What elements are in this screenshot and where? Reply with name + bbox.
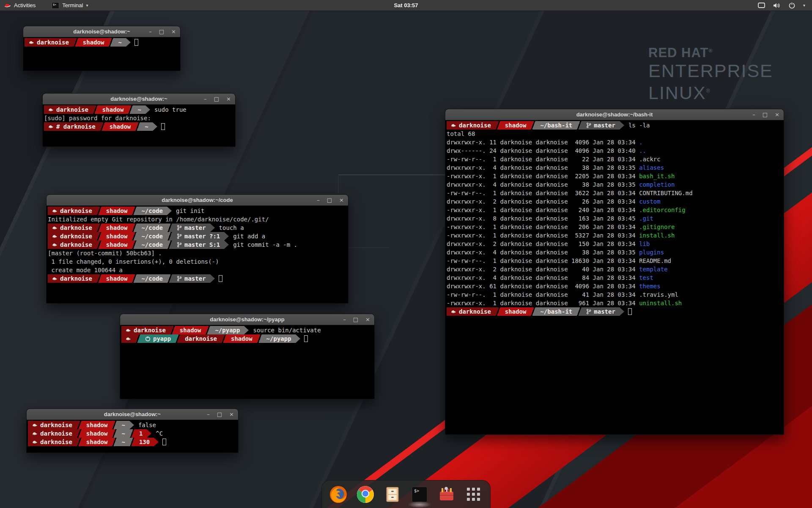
app-menu-label: Terminal <box>62 2 83 8</box>
powerline-separator <box>112 429 117 438</box>
powerline-separator <box>77 421 82 429</box>
prompt-segment-host: shadow <box>82 421 112 429</box>
powerline-separator <box>132 224 137 232</box>
powerline-arrow <box>126 38 131 47</box>
powerline-separator <box>576 121 582 130</box>
display-icon[interactable] <box>758 3 765 8</box>
terminal-content[interactable]: darknoiseshadow~ <box>23 37 180 47</box>
prompt-segment-path: ~ <box>117 429 129 438</box>
terminal-window-code[interactable]: darknoise@shadow:~/code – □ × darknoises… <box>46 194 348 304</box>
prompt-segment-host: shadow <box>98 105 128 114</box>
python-venv-icon <box>145 336 151 342</box>
terminal-output-line: drwxrwxr-x. 2 darknoise darknoise 150 Ja… <box>447 240 782 248</box>
volume-icon[interactable] <box>773 3 781 8</box>
app-grid-icon[interactable] <box>464 485 483 504</box>
terminal-content[interactable]: darknoiseshadow~/pyappsource bin/activat… <box>120 325 374 344</box>
minimize-button[interactable]: – <box>343 317 346 322</box>
firefox-icon[interactable] <box>329 485 348 504</box>
window-titlebar[interactable]: darknoise@shadow:~ – □ × <box>43 94 235 105</box>
terminal-cursor <box>304 335 308 342</box>
redhat-prompt-icon <box>126 328 131 333</box>
prompt-segment-host: shadow <box>227 334 257 343</box>
powerline-separator <box>93 105 98 114</box>
terminal-prompt-line: darknoiseshadow~sudo true <box>44 105 234 114</box>
terminal-window-exit-codes[interactable]: darknoise@shadow:~ – □ × darknoiseshadow… <box>26 409 239 453</box>
terminal-output-line: drwxrwxr-x. 2 darknoise darknoise 26 Jan… <box>447 197 782 206</box>
powerline-separator <box>132 274 137 283</box>
window-titlebar[interactable]: darknoise@shadow:~ – □ × <box>27 409 238 420</box>
terminal-icon[interactable]: $> <box>410 485 429 504</box>
powerline-separator <box>129 429 135 438</box>
powerline-arrow <box>167 207 172 215</box>
window-title: darknoise@shadow:~ <box>104 411 161 417</box>
powerline-arrow <box>153 122 157 131</box>
minimize-button[interactable]: – <box>752 112 755 117</box>
terminal-window-home-small[interactable]: darknoise@shadow:~ – □ × darknoiseshadow… <box>23 26 181 71</box>
chevron-down-icon[interactable]: ▾ <box>803 3 805 8</box>
prompt-segment-user <box>121 334 135 343</box>
maximize-button[interactable]: □ <box>217 411 222 417</box>
prompt-segment-branch: master <box>173 224 210 232</box>
prompt-segment-host: shadow <box>102 274 132 283</box>
activities-button[interactable]: Activities <box>0 0 40 11</box>
terminal-window-bash-it[interactable]: darknoise@shadow:~/bash-it – □ × darknoi… <box>445 109 784 435</box>
prompt-segment-user: darknoise <box>28 421 77 429</box>
maximize-button[interactable]: □ <box>353 317 358 322</box>
close-button[interactable]: × <box>775 112 779 117</box>
maximize-button[interactable]: □ <box>327 197 332 203</box>
clock[interactable]: Sat 03:57 <box>394 2 418 8</box>
close-button[interactable]: × <box>339 197 344 203</box>
minimize-button[interactable]: – <box>204 96 207 102</box>
terminal-content[interactable]: darknoiseshadow~/bash-itmasterls -latota… <box>445 120 784 317</box>
app-menu-terminal[interactable]: $> Terminal ▾ <box>47 0 92 11</box>
power-icon[interactable] <box>789 2 795 8</box>
prompt-segment-host: shadow <box>79 38 109 47</box>
terminal-output-line: drwxrwxr-x. 4 darknoise darknoise 38 Jan… <box>447 248 782 257</box>
terminal-output-line: [master (root-commit) 50bcb63] . <box>48 249 347 257</box>
maximize-button[interactable]: □ <box>214 96 219 102</box>
powerline-separator <box>205 326 211 334</box>
terminal-output-line: -rw-rw-r--. 1 darknoise darknoise 41 Jan… <box>447 290 782 299</box>
prompt-segment-host: shadow <box>176 326 206 334</box>
maximize-button[interactable]: □ <box>763 112 768 117</box>
minimize-button[interactable]: – <box>207 411 210 417</box>
prompt-segment-host: shadow <box>501 307 531 316</box>
prompt-segment-path: ~ <box>117 421 129 429</box>
close-button[interactable]: × <box>365 317 370 322</box>
terminal-prompt-line: pyappdarknoiseshadow~/pyapp <box>121 334 373 343</box>
maximize-button[interactable]: □ <box>159 29 164 34</box>
minimize-button[interactable]: – <box>149 29 152 34</box>
terminal-content[interactable]: darknoiseshadow~falsedarknoiseshadow~1^C… <box>27 420 238 447</box>
powerline-arrow <box>145 105 150 114</box>
chrome-icon[interactable] <box>356 485 375 504</box>
close-button[interactable]: × <box>171 29 176 34</box>
terminal-cursor <box>134 39 138 46</box>
terminal-window-sudo[interactable]: darknoise@shadow:~ – □ × darknoiseshadow… <box>42 93 236 147</box>
window-title: darknoise@shadow:~ <box>73 28 130 35</box>
terminal-content[interactable]: darknoiseshadow~/codegit initInitialized… <box>47 206 348 284</box>
terminal-output-line: -rwxrwxr-x. 1 darknoise darknoise 961 Ja… <box>447 299 782 307</box>
window-titlebar[interactable]: darknoise@shadow:~/pyapp – □ × <box>120 314 374 325</box>
prompt-segment-user: darknoise <box>121 326 170 334</box>
prompt-segment-user: darknoise <box>48 207 96 215</box>
terminal-output-line: -rwxrwxr-x. 1 darknoise darknoise 5327 J… <box>447 231 782 240</box>
powerline-separator <box>112 421 117 429</box>
minimize-button[interactable]: – <box>317 197 320 203</box>
files-icon[interactable] <box>383 485 402 504</box>
terminal-output-line: Initialized empty Git repository in /hom… <box>48 215 347 224</box>
window-titlebar[interactable]: darknoise@shadow:~ – □ × <box>23 26 180 37</box>
powerline-arrow <box>224 240 229 249</box>
powerline-separator <box>175 334 181 343</box>
prompt-segment-path: ~/code <box>137 207 167 215</box>
prompt-segment-host: shadow <box>105 122 135 131</box>
window-titlebar[interactable]: darknoise@shadow:~/bash-it – □ × <box>445 109 784 120</box>
terminal-output-line: create mode 100644 a <box>48 266 347 274</box>
terminal-window-pyapp[interactable]: darknoise@shadow:~/pyapp – □ × darknoise… <box>120 314 375 399</box>
terminal-content[interactable]: darknoiseshadow~sudo true[sudo] password… <box>43 105 235 132</box>
prompt-segment-user: darknoise <box>48 274 96 283</box>
window-titlebar[interactable]: darknoise@shadow:~/code – □ × <box>47 195 348 206</box>
close-button[interactable]: × <box>229 411 234 417</box>
toolbox-icon[interactable] <box>437 485 456 504</box>
close-button[interactable]: × <box>226 96 231 102</box>
terminal-prompt-line: darknoiseshadow~130 <box>28 438 237 446</box>
